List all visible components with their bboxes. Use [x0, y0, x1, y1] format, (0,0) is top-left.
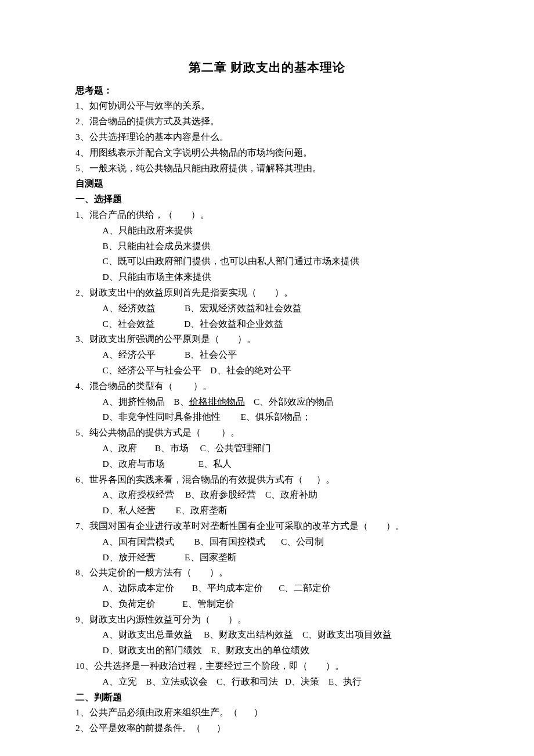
section-header: 一、选择题	[75, 192, 459, 207]
question-stem: 9、财政支出内源性效益可分为（ ）。	[75, 613, 459, 627]
option-row: C、社会效益 D、社会效益和企业效益	[75, 317, 459, 332]
option: A、只能由政府来提供	[75, 224, 459, 238]
option-text-underline: 价格排他物品	[189, 397, 245, 406]
self-test-header: 自测题	[75, 177, 459, 191]
option: C、既可以由政府部门提供，也可以由私人部门通过市场来提供	[75, 254, 459, 269]
think-header: 思考题：	[75, 84, 459, 98]
judge-item: 2、公平是效率的前提条件。（ ）	[75, 721, 459, 736]
option: D、只能由市场主体来提供	[75, 270, 459, 285]
option: B、只能由社会成员来提供	[75, 239, 459, 254]
think-item: 1、如何协调公平与效率的关系。	[75, 99, 459, 113]
think-item: 5、一般来说，纯公共物品只能由政府提供，请解释其理由。	[75, 161, 459, 176]
option-row: A、经济效益 B、宏观经济效益和社会效益	[75, 301, 459, 316]
question-stem: 3、财政支出所强调的公平原则是（ ）。	[75, 332, 459, 347]
option-row: D、负荷定价 E、管制定价	[75, 597, 459, 611]
option-row: C、经济公平与社会公平 D、社会的绝对公平	[75, 363, 459, 378]
option-text: C、外部效应的物品	[245, 397, 334, 406]
option-row: A、政府 B、市场 C、公共管理部门	[75, 441, 459, 456]
option-row: D、政府与市场 E、私人	[75, 457, 459, 471]
option-row: A、立宪 B、立法或议会 C、行政和司法 D、决策 E、执行	[75, 675, 459, 689]
option-row: A、拥挤性物品 B、价格排他物品 C、外部效应的物品	[75, 395, 459, 409]
option-row: A、经济公平 B、社会公平	[75, 348, 459, 362]
question-stem: 1、混合产品的供给，（ ）。	[75, 208, 459, 222]
option-row: A、国有国营模式 B、国有国控模式 C、公司制	[75, 535, 459, 549]
option-row: D、放开经营 E、国家垄断	[75, 550, 459, 565]
think-item: 3、公共选择理论的基本内容是什么。	[75, 130, 459, 145]
question-stem: 7、我国对国有企业进行改革时对垄断性国有企业可采取的改革方式是（ ）。	[75, 519, 459, 534]
option-row: D、非竞争性同时具备排他性 E、俱乐部物品；	[75, 410, 459, 424]
option-row: A、边际成本定价 B、平均成本定价 C、二部定价	[75, 581, 459, 596]
question-stem: 5、纯公共物品的提供方式是（ ）。	[75, 426, 459, 440]
section-header: 二、判断题	[75, 690, 459, 705]
option-row: A、政府授权经营 B、政府参股经营 C、政府补助	[75, 488, 459, 502]
think-item: 4、用图线表示并配合文字说明公共物品的市场均衡问题。	[75, 146, 459, 160]
question-stem: 6、世界各国的实践来看，混合物品的有效提供方式有（ ）。	[75, 473, 459, 487]
option-row: D、私人经营 E、政府垄断	[75, 503, 459, 518]
question-stem: 8、公共定价的一般方法有（ ）。	[75, 566, 459, 580]
question-stem: 2、财政支出中的效益原则首先是指要实现（ ）。	[75, 286, 459, 300]
think-item: 2、混合物品的提供方式及其选择。	[75, 114, 459, 129]
question-stem: 10、公共选择是一种政治过程，主要经过三个阶段，即（ ）。	[75, 659, 459, 674]
option-text: A、拥挤性物品 B、	[103, 397, 189, 406]
option-row: A、财政支出总量效益 B、财政支出结构效益 C、财政支出项目效益	[75, 628, 459, 642]
question-stem: 4、混合物品的类型有（ ）。	[75, 379, 459, 394]
judge-item: 1、公共产品必须由政府来组织生产。（ ）	[75, 705, 459, 720]
chapter-title: 第二章 财政支出的基本理论	[75, 58, 459, 78]
option-row: D、财政支出的部门绩效 E、财政支出的单位绩效	[75, 643, 459, 658]
